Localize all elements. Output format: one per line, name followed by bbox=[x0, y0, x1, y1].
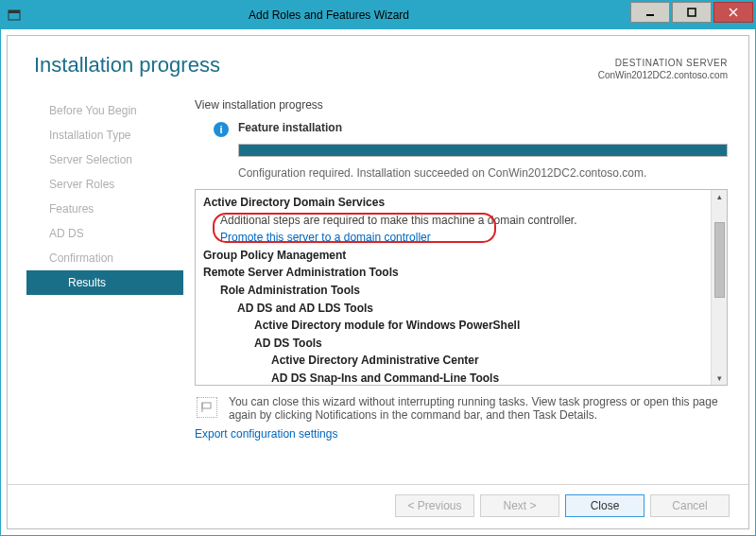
step-before-you-begin: Before You Begin bbox=[26, 98, 187, 123]
step-server-roles: Server Roles bbox=[26, 172, 187, 197]
tree-item: Active Directory Domain Services bbox=[203, 194, 708, 212]
app-icon bbox=[1, 9, 27, 22]
close-window-button[interactable] bbox=[713, 2, 753, 23]
status-message: Configuration required. Installation suc… bbox=[238, 166, 728, 180]
progress-bar bbox=[238, 144, 728, 157]
svg-rect-6 bbox=[202, 403, 211, 408]
scrollbar[interactable]: ▴ ▾ bbox=[711, 190, 727, 385]
content-heading: View installation progress bbox=[195, 98, 728, 112]
tree-note: Additional steps are required to make th… bbox=[203, 212, 708, 230]
close-button[interactable]: Close bbox=[565, 494, 644, 517]
step-server-selection: Server Selection bbox=[26, 147, 187, 172]
destination-server-info: DESTINATION SERVER ConWin2012DC2.contoso… bbox=[598, 53, 728, 81]
destination-server-label: DESTINATION SERVER bbox=[598, 57, 728, 69]
footer-note-text: You can close this wizard without interr… bbox=[229, 395, 726, 422]
step-results: Results bbox=[26, 270, 183, 295]
tree-item: Remote Server Administration Tools bbox=[203, 264, 708, 282]
status-title: Feature installation bbox=[238, 121, 728, 134]
svg-rect-3 bbox=[688, 9, 696, 16]
step-installation-type: Installation Type bbox=[26, 123, 187, 147]
progress-fill bbox=[239, 145, 727, 156]
promote-domain-controller-link[interactable]: Promote this server to a domain controll… bbox=[203, 229, 708, 247]
flag-icon bbox=[197, 397, 217, 418]
scroll-down-icon[interactable]: ▾ bbox=[717, 372, 722, 385]
content-area: View installation progress i Feature ins… bbox=[187, 85, 748, 484]
scroll-up-icon[interactable]: ▴ bbox=[717, 190, 722, 203]
maximize-button[interactable] bbox=[672, 2, 712, 23]
footer-note: You can close this wizard without interr… bbox=[195, 386, 728, 425]
step-ad-ds: AD DS bbox=[26, 221, 187, 246]
export-config-link[interactable]: Export configuration settings bbox=[195, 425, 728, 446]
tree-item: AD DS and AD LDS Tools bbox=[203, 300, 708, 318]
previous-button: < Previous bbox=[395, 494, 474, 517]
tree-item: Active Directory module for Windows Powe… bbox=[203, 317, 708, 335]
wizard-window: Add Roles and Features Wizard Installati… bbox=[0, 0, 756, 536]
next-button: Next > bbox=[480, 494, 559, 517]
tree-item: Group Policy Management bbox=[203, 247, 708, 265]
page-title: Installation progress bbox=[34, 53, 598, 78]
destination-server-value: ConWin2012DC2.contoso.com bbox=[598, 69, 728, 81]
button-bar: < Previous Next > Close Cancel bbox=[8, 484, 748, 528]
results-tree: Active Directory Domain Services Additio… bbox=[195, 189, 728, 386]
tree-item: AD DS Snap-Ins and Command-Line Tools bbox=[203, 370, 708, 386]
minimize-button[interactable] bbox=[630, 2, 670, 23]
scroll-thumb[interactable] bbox=[714, 222, 725, 298]
tree-item: AD DS Tools bbox=[203, 335, 708, 353]
tree-item: Active Directory Administrative Center bbox=[203, 352, 708, 370]
cancel-button: Cancel bbox=[650, 494, 730, 517]
step-confirmation: Confirmation bbox=[26, 246, 187, 270]
tree-item: Role Administration Tools bbox=[203, 282, 708, 300]
title-bar: Add Roles and Features Wizard bbox=[1, 1, 755, 29]
wizard-body: Installation progress DESTINATION SERVER… bbox=[7, 35, 749, 529]
wizard-steps: Before You Begin Installation Type Serve… bbox=[8, 85, 187, 484]
info-icon: i bbox=[214, 122, 229, 137]
window-title: Add Roles and Features Wizard bbox=[27, 9, 630, 22]
svg-rect-1 bbox=[9, 10, 20, 13]
step-features: Features bbox=[26, 197, 187, 221]
